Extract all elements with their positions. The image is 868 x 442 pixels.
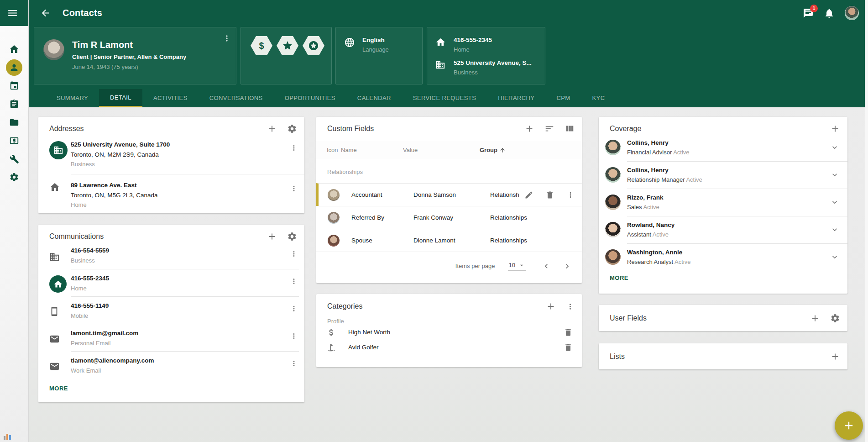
contact-subtitle: Client | Senior Partner, Allen & Company — [72, 53, 186, 60]
coverage-row[interactable]: Rowland, Nancy Assistant Active — [599, 216, 847, 243]
folder-icon — [9, 117, 19, 127]
communications-card: Communications 416-554-5559 Business 416… — [38, 225, 304, 402]
delete-category-button[interactable] — [564, 328, 573, 337]
coverage-title: Coverage — [610, 125, 641, 133]
coverage-row[interactable]: Collins, Henry Relationship Manager Acti… — [599, 161, 847, 189]
row-overflow-menu[interactable] — [566, 191, 575, 199]
column-group-sorted[interactable]: Group — [480, 147, 582, 153]
communication-row: 416-555-2345 Home — [38, 269, 304, 296]
notifications-button[interactable] — [824, 8, 835, 19]
delete-button[interactable] — [545, 190, 554, 200]
star-circle-badge-icon[interactable] — [303, 36, 324, 55]
communications-settings-button[interactable] — [287, 232, 297, 242]
status-text: Active — [686, 176, 702, 183]
add-address-button[interactable] — [267, 124, 277, 134]
sidebar-item-documents[interactable] — [0, 113, 29, 132]
add-category-button[interactable] — [546, 301, 556, 311]
add-communication-button[interactable] — [267, 232, 277, 242]
edit-button[interactable] — [524, 190, 533, 200]
columns-button[interactable] — [565, 124, 575, 134]
group-header-row: Relationships — [316, 160, 582, 183]
avatar — [605, 195, 621, 210]
tab-bar: SUMMARY DETAIL ACTIVITIES CONVERSATIONS … — [46, 89, 868, 107]
tab-hierarchy[interactable]: HIERARCHY — [487, 89, 545, 107]
tab-calendar[interactable]: CALENDAR — [346, 89, 402, 107]
next-page-button[interactable] — [563, 262, 572, 271]
communication-overflow-menu[interactable] — [290, 359, 298, 368]
page-header: Contacts 1 Tim R Lamont Client | Senior … — [29, 0, 868, 107]
star-badge-icon[interactable] — [277, 36, 298, 55]
categories-title: Categories — [327, 302, 362, 310]
tab-detail[interactable]: DETAIL — [99, 89, 142, 107]
tab-conversations[interactable]: CONVERSATIONS — [199, 89, 274, 107]
plus-icon — [810, 313, 820, 323]
dollar-badge-icon[interactable]: $ — [251, 36, 272, 55]
messages-button[interactable]: 1 — [803, 8, 814, 19]
communications-title: Communications — [49, 232, 104, 241]
communication-overflow-menu[interactable] — [290, 332, 298, 340]
column-name[interactable]: Name — [341, 147, 403, 153]
custom-field-row-selected[interactable]: Accountant Donna Samson Relationships — [316, 183, 582, 206]
coverage-more-button[interactable]: MORE — [610, 274, 628, 281]
tab-opportunities[interactable]: OPPORTUNITIES — [274, 89, 346, 107]
communication-overflow-menu[interactable] — [290, 305, 298, 313]
wrench-icon — [10, 154, 19, 164]
chevron-down-icon — [830, 198, 839, 207]
gear-icon — [287, 232, 297, 242]
tab-cpm[interactable]: CPM — [545, 89, 581, 107]
tab-activities[interactable]: ACTIVITIES — [142, 89, 199, 107]
categories-overflow-menu[interactable] — [566, 302, 575, 311]
sidebar-item-settings[interactable] — [0, 168, 29, 186]
more-vert-icon — [290, 305, 298, 313]
sort-button[interactable] — [544, 124, 554, 134]
column-value[interactable]: Value — [403, 147, 480, 153]
plus-icon — [524, 124, 534, 134]
addresses-settings-button[interactable] — [287, 124, 297, 134]
communication-overflow-menu[interactable] — [290, 277, 298, 285]
column-icon[interactable]: Icon — [316, 147, 341, 153]
address-overflow-menu[interactable] — [290, 184, 298, 193]
add-list-button[interactable] — [830, 352, 840, 362]
communication-overflow-menu[interactable] — [290, 250, 298, 258]
user-avatar[interactable] — [845, 6, 859, 20]
expand-button[interactable] — [830, 170, 839, 179]
expand-button[interactable] — [830, 225, 839, 234]
coverage-row[interactable]: Rizzo, Frank Sales Active — [599, 189, 847, 216]
add-custom-field-button[interactable] — [524, 124, 534, 134]
page-size-select[interactable]: 10 — [508, 262, 526, 271]
add-user-field-button[interactable] — [810, 313, 820, 323]
profile-overflow-menu[interactable] — [222, 34, 231, 43]
expand-button[interactable] — [830, 253, 839, 262]
back-button[interactable] — [40, 8, 51, 18]
sidebar-item-billing[interactable] — [0, 132, 29, 150]
language-label: Language — [362, 46, 389, 53]
coverage-row[interactable]: Collins, Henry Financial Advisor Active — [599, 134, 847, 161]
coverage-card: Coverage Collins, Henry Financial Adviso… — [599, 117, 847, 294]
add-coverage-button[interactable] — [830, 124, 840, 134]
custom-field-row[interactable]: Spouse Dionne Lamont Relationships — [316, 229, 582, 252]
sidebar-item-tools[interactable] — [0, 150, 29, 168]
tab-service-requests[interactable]: SERVICE REQUESTS — [402, 89, 487, 107]
expand-button[interactable] — [830, 143, 839, 152]
sidebar-item-calendar[interactable] — [0, 77, 29, 95]
address-value: 525 University Avenue, S... — [454, 59, 532, 66]
items-per-page-label: Items per page — [455, 263, 495, 269]
communications-more-button[interactable]: MORE — [49, 385, 68, 392]
scrollbar[interactable] — [865, 0, 868, 442]
coverage-row[interactable]: Washington, Annie Research Analyst Activ… — [599, 243, 847, 271]
sidebar-item-home[interactable] — [0, 40, 29, 58]
communication-row: lamont.tim@gmail.com Personal Email — [38, 324, 304, 351]
sidebar-item-contacts-active[interactable] — [0, 58, 29, 77]
custom-field-row[interactable]: Referred By Frank Conway Relationships — [316, 206, 582, 229]
tab-summary[interactable]: SUMMARY — [46, 89, 99, 107]
avatar — [328, 235, 340, 247]
sidebar-item-tasks[interactable] — [0, 95, 29, 113]
delete-category-button[interactable] — [564, 343, 573, 352]
hamburger-menu-icon[interactable] — [7, 7, 18, 19]
previous-page-button[interactable] — [542, 262, 551, 271]
user-fields-settings-button[interactable] — [830, 313, 840, 323]
address-overflow-menu[interactable] — [290, 144, 298, 152]
add-fab-button[interactable] — [835, 411, 863, 440]
tab-kyc[interactable]: KYC — [581, 89, 616, 107]
expand-button[interactable] — [830, 198, 839, 207]
